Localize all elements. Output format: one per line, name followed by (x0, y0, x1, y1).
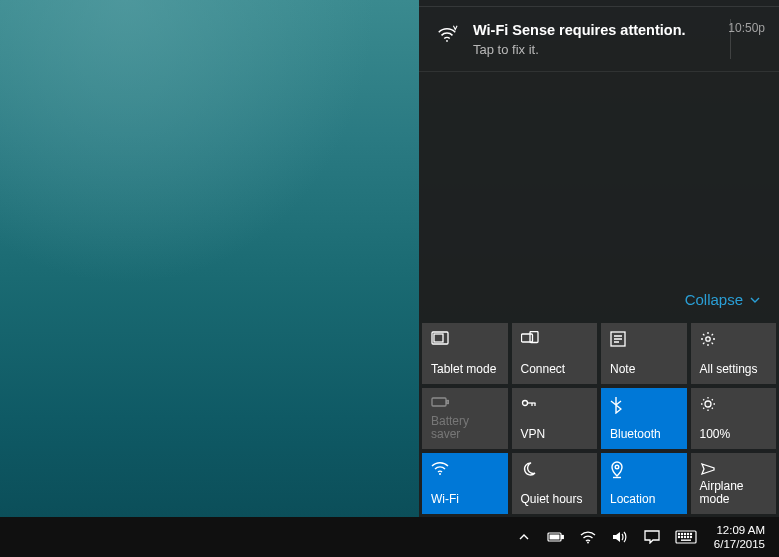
svg-rect-15 (549, 535, 559, 540)
collapse-label: Collapse (685, 291, 743, 308)
keyboard-icon[interactable] (668, 517, 704, 557)
qa-airplane-mode[interactable]: Airplane mode (691, 453, 777, 514)
note-icon (610, 331, 678, 349)
taskbar: 12:09 AM 6/17/2015 (0, 517, 779, 557)
svg-point-9 (522, 401, 527, 406)
notification-time: 10:50p (728, 21, 765, 35)
wifi-icon (431, 461, 499, 479)
svg-rect-28 (681, 540, 691, 541)
svg-point-19 (681, 533, 682, 534)
qa-quiet-hours[interactable]: Quiet hours (512, 453, 598, 514)
brightness-icon (700, 396, 768, 414)
action-center-icon[interactable] (636, 517, 668, 557)
svg-rect-14 (561, 536, 563, 539)
wifi-icon[interactable] (572, 517, 604, 557)
svg-point-6 (705, 337, 709, 341)
quiet-icon (521, 461, 589, 479)
wifi-sense-icon (435, 23, 459, 45)
notification-subtitle: Tap to fix it. (473, 42, 763, 57)
qa-label: Connect (521, 363, 589, 376)
qa-label: Quiet hours (521, 493, 589, 506)
svg-point-26 (687, 536, 688, 537)
qa-vpn[interactable]: VPN (512, 388, 598, 449)
qa-tablet-mode[interactable]: Tablet mode (422, 323, 508, 384)
svg-point-27 (690, 536, 691, 537)
chevron-down-icon (749, 294, 761, 306)
qa-label: Note (610, 363, 678, 376)
notifications-list: Wi-Fi Sense requires attention. Tap to f… (419, 6, 779, 281)
qa-label: Airplane mode (700, 480, 768, 506)
svg-point-18 (678, 533, 679, 534)
qa-label: Wi-Fi (431, 493, 499, 506)
qa-connect[interactable]: Connect (512, 323, 598, 384)
qa-all-settings[interactable]: All settings (691, 323, 777, 384)
collapse-button[interactable]: Collapse (419, 281, 779, 320)
taskbar-clock[interactable]: 12:09 AM 6/17/2015 (704, 523, 771, 552)
svg-point-11 (439, 473, 441, 475)
quick-actions-grid: Tablet mode Connect Note All settings Ba… (419, 320, 779, 517)
qa-label: VPN (521, 428, 589, 441)
qa-label: 100% (700, 428, 768, 441)
svg-point-21 (687, 533, 688, 534)
notification-title: Wi-Fi Sense requires attention. (473, 21, 763, 40)
qa-bluetooth[interactable]: Bluetooth (601, 388, 687, 449)
qa-label: Location (610, 493, 678, 506)
svg-point-24 (681, 536, 682, 537)
svg-rect-7 (432, 398, 446, 406)
tablet-icon (431, 331, 499, 349)
svg-rect-8 (447, 401, 449, 404)
volume-icon[interactable] (604, 517, 636, 557)
svg-point-0 (446, 40, 448, 42)
qa-note[interactable]: Note (601, 323, 687, 384)
qa-wifi[interactable]: Wi-Fi (422, 453, 508, 514)
svg-point-22 (690, 533, 691, 534)
taskbar-time: 12:09 AM (716, 523, 765, 537)
svg-rect-4 (530, 332, 538, 343)
svg-point-12 (615, 465, 619, 469)
system-tray (508, 517, 704, 557)
svg-point-10 (705, 401, 711, 407)
notification-text: Wi-Fi Sense requires attention. Tap to f… (473, 21, 763, 57)
qa-label: Bluetooth (610, 428, 678, 441)
bluetooth-icon (610, 396, 678, 414)
svg-rect-3 (521, 334, 532, 342)
notification-item[interactable]: Wi-Fi Sense requires attention. Tap to f… (419, 7, 779, 72)
chevron-up-icon[interactable] (508, 517, 540, 557)
airplane-icon (700, 461, 768, 479)
svg-point-20 (684, 533, 685, 534)
svg-point-25 (684, 536, 685, 537)
location-icon (610, 461, 678, 479)
qa-battery-saver[interactable]: Battery saver (422, 388, 508, 449)
qa-brightness[interactable]: 100% (691, 388, 777, 449)
qa-label: Tablet mode (431, 363, 499, 376)
battery-icon (431, 396, 499, 414)
svg-point-16 (587, 542, 589, 544)
qa-label: All settings (700, 363, 768, 376)
taskbar-date: 6/17/2015 (714, 537, 765, 551)
connect-icon (521, 331, 589, 349)
qa-label: Battery saver (431, 415, 499, 441)
action-center-panel: Wi-Fi Sense requires attention. Tap to f… (419, 0, 779, 517)
svg-point-23 (678, 536, 679, 537)
vpn-icon (521, 396, 589, 414)
battery-icon[interactable] (540, 517, 572, 557)
qa-location[interactable]: Location (601, 453, 687, 514)
svg-rect-2 (434, 334, 443, 342)
settings-icon (700, 331, 768, 349)
